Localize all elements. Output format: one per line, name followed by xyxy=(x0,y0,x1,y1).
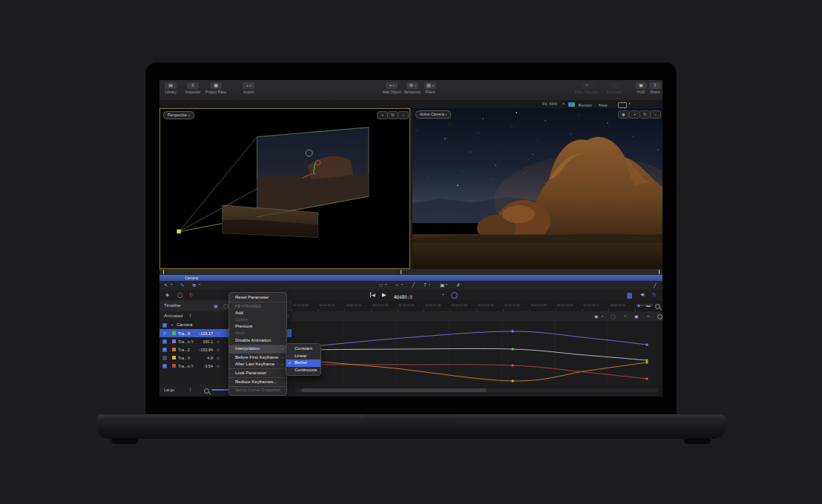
curve-visibility-icon[interactable]: ◉ xyxy=(594,314,598,319)
parameter-value[interactable]: -3.54 xyxy=(188,364,213,368)
zoom-magnifier-icon[interactable] xyxy=(655,304,660,309)
orbit-tool-icon[interactable]: ↻ xyxy=(639,110,651,119)
curve-red[interactable] xyxy=(292,365,647,379)
menu-item-after-last-keyframe[interactable]: After Last Keyframe› xyxy=(229,361,286,368)
row-size-stepper[interactable]: ▲▼ xyxy=(189,388,191,393)
range-end-marker[interactable] xyxy=(659,270,660,274)
curve-shape-icon[interactable]: ~ xyxy=(624,314,627,318)
fit-zoom-control[interactable]: Fit: 44% xyxy=(542,102,557,106)
keyframe-point[interactable] xyxy=(645,359,648,361)
menu-item-lock-parameter[interactable]: Lock Parameter xyxy=(229,370,286,377)
group-checkbox[interactable]: ✓ xyxy=(162,323,167,328)
view-selector-active-camera[interactable]: Active Camera ▾ xyxy=(415,110,451,119)
parameter-value[interactable]: -153.84 xyxy=(188,348,213,352)
crop-tool-icon[interactable]: ✗ xyxy=(456,282,460,288)
curve-visibility-caret[interactable]: ▾ xyxy=(602,314,603,318)
row-checkbox[interactable]: ✓ xyxy=(162,348,167,352)
keyframe-point[interactable] xyxy=(511,348,513,350)
menu-item-before-first-keyframe[interactable]: Before First Keyframe› xyxy=(229,354,286,361)
adjust-item-tool-icon[interactable]: ╱ xyxy=(654,282,657,288)
keyframe-nav-icon[interactable]: ◇ xyxy=(217,331,220,336)
keyframe-nav-icon[interactable]: ◇ xyxy=(217,339,220,344)
dolly-tool-icon[interactable]: ↓ xyxy=(398,111,409,119)
keyframe-nav-icon[interactable]: ◇ xyxy=(217,348,220,352)
line-tool-icon[interactable]: ╱ xyxy=(412,282,415,288)
project-pane-button[interactable]: ▦ Project Pane xyxy=(200,82,232,94)
menu-item-disable-animation[interactable]: Disable Animation xyxy=(229,337,286,344)
audio-icon[interactable]: ◀) xyxy=(640,292,645,296)
select-tool-caret[interactable]: ▾ xyxy=(171,282,172,286)
row-checkbox[interactable]: ✓ xyxy=(162,364,167,368)
parameter-value[interactable]: 4.8 xyxy=(188,356,213,360)
row-size-select[interactable]: Large xyxy=(164,388,174,392)
text-tool-icon[interactable]: T xyxy=(424,282,427,288)
fit-keyframes-icon[interactable]: ◆ xyxy=(637,303,640,308)
timecode-ruler[interactable]: 00:00:00:3000:00:00:4500:00:01:0000:00:0… xyxy=(292,300,662,312)
tab-video-timeline-icon[interactable]: ▦ xyxy=(214,303,218,308)
select-tool-icon[interactable]: ↖ xyxy=(164,282,168,288)
animated-filter-stepper[interactable]: ▲▼ xyxy=(189,314,191,319)
submenu-item-constant[interactable]: Constant xyxy=(286,345,320,353)
row-checkbox[interactable]: ✓ xyxy=(162,339,167,344)
tab-audio-icon[interactable]: ◯ xyxy=(223,303,228,308)
parameter-value[interactable]: -123.17 xyxy=(188,331,213,336)
keyframe-curves[interactable] xyxy=(292,321,662,385)
menu-item-add[interactable]: Add xyxy=(229,310,286,316)
keyframe-editor-canvas[interactable] xyxy=(292,321,662,385)
record-animation-icon[interactable]: ↻ xyxy=(189,292,193,298)
onion-skin-icon[interactable]: ◯ xyxy=(177,292,183,298)
keyframe-point[interactable] xyxy=(645,361,648,363)
timecode-menu-caret[interactable]: ▾ xyxy=(442,293,444,296)
curve-purple[interactable] xyxy=(292,331,647,348)
orbit-tool-icon[interactable]: ↻ xyxy=(387,111,398,119)
keyframe-point[interactable] xyxy=(645,377,648,379)
share-button[interactable]: ⇧ Share xyxy=(647,82,662,94)
zoom-out-range-icon[interactable]: ▬ xyxy=(646,303,651,308)
mask-tool-icon[interactable]: ▣ xyxy=(440,282,444,288)
channels-swatch-icon[interactable] xyxy=(568,102,575,107)
edit-points-tool-icon[interactable]: ✎ xyxy=(180,282,184,288)
row-checkbox[interactable]: ✓ xyxy=(162,356,167,360)
range-start-marker[interactable] xyxy=(163,270,164,274)
menu-item-reset-parameter[interactable]: Reset Parameter xyxy=(229,294,286,301)
editor-zoom-icon[interactable] xyxy=(657,314,662,319)
layout-icon[interactable] xyxy=(618,102,627,108)
curve-orange[interactable] xyxy=(292,359,647,381)
library-button[interactable]: ▤ Library xyxy=(160,82,181,94)
play-button[interactable]: ▶ xyxy=(382,292,386,298)
transform-tool-caret[interactable]: ▾ xyxy=(199,282,200,286)
menu-item-reduce-keyframes[interactable]: Reduce Keyframes... xyxy=(229,379,286,385)
keyframe-point[interactable] xyxy=(511,330,513,332)
keyframe-nav-icon[interactable]: ◇ xyxy=(217,356,220,360)
submenu-item-bezier[interactable]: ✓Bezier xyxy=(286,359,320,367)
keyframe-point[interactable] xyxy=(645,343,648,345)
canvas-perspective-view[interactable]: Perspective ▾ + ↻ ↓ xyxy=(160,108,410,269)
camera-view-icon[interactable]: ◉ xyxy=(618,110,629,119)
camera-snapshot-icon[interactable]: ▣ xyxy=(634,314,639,319)
canvas-active-camera-view[interactable]: Active Camera ▾ ◉ + ↻ ↓ xyxy=(412,108,662,269)
disclosure-triangle-icon[interactable]: ▼ xyxy=(171,323,174,327)
view-selector-perspective[interactable]: Perspective ▾ xyxy=(163,111,194,119)
rectangle-tool-caret[interactable]: ▾ xyxy=(385,282,387,286)
timing-clock-icon[interactable] xyxy=(451,292,458,299)
loop-playback-icon[interactable]: ↻ xyxy=(652,292,656,298)
submenu-item-continuous[interactable]: Continuous xyxy=(286,367,320,374)
solo-icon[interactable] xyxy=(627,293,632,299)
horizontal-scrollbar-thumb[interactable] xyxy=(301,388,487,392)
menu-item-interpolation[interactable]: Interpolation› xyxy=(229,345,286,352)
dolly-tool-icon[interactable]: ↓ xyxy=(650,110,661,119)
transform-tool-icon[interactable]: ⊕ xyxy=(192,282,196,288)
keyframe-point[interactable] xyxy=(511,364,513,366)
parameter-value[interactable]: 150.1 xyxy=(188,339,213,344)
mask-tool-caret[interactable]: ▾ xyxy=(446,282,447,286)
tab-timeline[interactable]: Timeline xyxy=(164,303,180,308)
go-to-start-button[interactable]: ◀ xyxy=(370,292,375,297)
playhead-marker[interactable] xyxy=(401,270,401,274)
rectangle-tool-icon[interactable]: □ xyxy=(379,282,382,288)
show-keyframes-icon[interactable]: ◈ xyxy=(165,292,169,298)
bezier-tool-caret[interactable]: ▾ xyxy=(401,282,403,286)
pan-tool-icon[interactable]: + xyxy=(629,110,640,119)
menu-item-previous[interactable]: Previous xyxy=(229,323,286,330)
fit-curves-icon[interactable]: ↔ xyxy=(646,314,651,318)
submenu-item-linear[interactable]: Linear xyxy=(286,353,320,360)
